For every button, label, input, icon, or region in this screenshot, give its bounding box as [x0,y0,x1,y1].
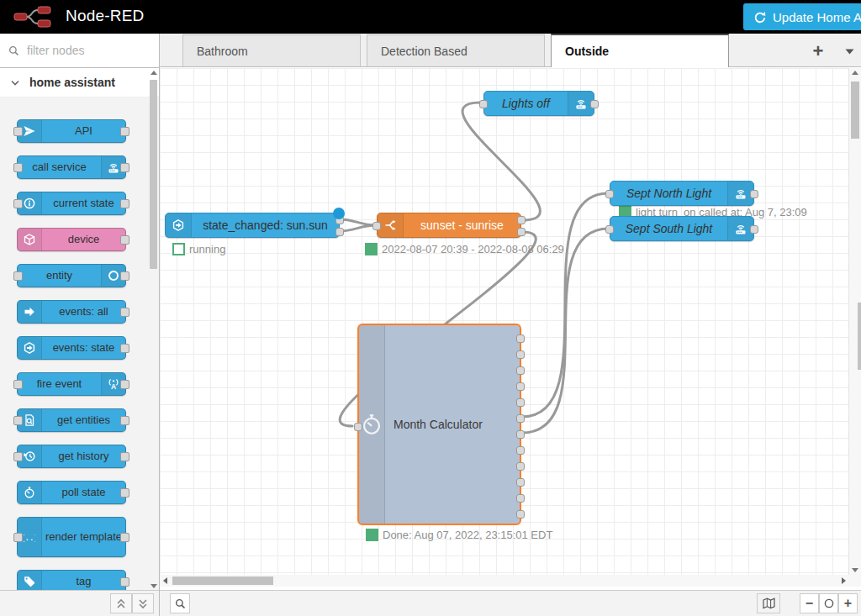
expand-all-button[interactable] [132,593,154,613]
node-red-logo-icon [13,6,52,31]
palette-node-get-entities[interactable]: get entities [17,408,126,432]
output-port[interactable] [590,100,599,108]
output-port [120,380,129,389]
input-port[interactable] [605,190,614,198]
sync-icon [753,11,766,24]
input-port[interactable] [605,225,614,234]
palette-node-events-state[interactable]: events: state [17,336,126,360]
output-port-8[interactable] [516,446,525,455]
scroll-up-arrow-icon[interactable] [151,71,157,75]
palette-node-poll-state[interactable]: poll state [17,481,126,504]
node-red-app: Node-RED Update Home As home as [0,0,861,616]
output-port-10[interactable] [516,478,525,487]
output-port-6[interactable] [516,414,525,423]
input-port[interactable] [354,423,362,431]
output-port-3[interactable] [516,366,525,375]
update-button-label: Update Home As [773,10,861,24]
node-sept-south-light[interactable]: Sept South Light [610,216,754,241]
output-port-11[interactable] [516,494,525,503]
zoom-reset-button[interactable] [819,593,838,613]
status-text: 2022-08-07 20:39 - 2022-08-08 06:29 [382,243,564,255]
scroll-down-arrow-icon[interactable] [852,568,858,572]
add-flow-button[interactable]: + [807,40,829,62]
timer-icon [359,325,385,524]
tab-bathroom[interactable]: Bathroom [182,34,361,66]
output-port [120,271,129,281]
output-port-2[interactable] [516,350,525,359]
input-port[interactable] [479,100,488,108]
palette-node-tag[interactable]: tag [17,570,126,591]
scroll-right-arrow-icon[interactable] [842,577,846,584]
wire-sunset-to-lightsoff[interactable] [462,103,540,220]
node-month-calculator[interactable]: Month Calculator [357,324,521,525]
node-label: Sept North Light [610,182,727,205]
palette-category-home-assistant[interactable]: home assistant [0,68,159,97]
output-port-7[interactable] [516,430,525,439]
palette-category-label: home assistant [29,76,115,89]
palette-node-render-template[interactable]: {..}render template [17,517,126,557]
input-port [13,199,23,208]
search-flows-button[interactable] [170,593,190,613]
palette-node-label: poll state [42,482,125,503]
tab-outside[interactable]: Outside [551,34,729,67]
navigator-toggle-button[interactable] [757,593,780,613]
palette-scrollbar[interactable] [149,68,158,591]
node-lights-off[interactable]: Lights off [483,91,594,116]
status-text: running [189,243,225,255]
output-port[interactable] [750,225,758,234]
output-port-5[interactable] [516,398,525,407]
svg-text:A: A [111,382,116,390]
input-port[interactable] [372,222,381,230]
wire-statechanged-out2-to-sunset[interactable] [340,225,376,231]
palette-node-events-all[interactable]: events: all [17,300,126,324]
palette-node-label: call service [18,156,101,178]
search-icon [175,598,186,609]
tab-detection-based[interactable]: Detection Based [367,34,545,66]
output-port-9[interactable] [516,462,525,471]
node-label: sunset - sunrise [404,213,520,237]
output-port-1[interactable] [516,334,525,343]
palette-node-device[interactable]: device [17,228,126,251]
palette-node-api[interactable]: API [17,119,126,143]
output-port-2[interactable] [517,228,526,236]
input-port [13,452,23,461]
scroll-down-arrow-icon[interactable] [151,584,157,588]
sidebar-resize-handle[interactable] [858,303,861,370]
collapse-all-button[interactable] [110,593,132,613]
scroll-left-arrow-icon[interactable] [163,577,167,584]
canvas-horizontal-scrollbar[interactable] [160,575,861,587]
palette-node-get-history[interactable]: get history [17,445,126,468]
scroll-up-arrow-icon[interactable] [852,71,858,75]
header: Node-RED Update Home As [0,0,861,34]
output-port-2[interactable] [335,228,344,236]
output-port[interactable] [750,190,758,198]
input-port [13,380,23,389]
palette-node-call-service[interactable]: call service [17,155,126,179]
node-state-changed[interactable]: state_changed: sun.sun [165,213,340,238]
node-sept-north-light[interactable]: Sept North Light [610,181,754,206]
flow-canvas[interactable]: Lights off running 2022-08-07 20:39 - 20… [160,68,861,575]
node-sunset-sunrise[interactable]: sunset - sunrise [377,213,521,238]
flow-list-menu-button[interactable] [843,47,856,56]
hscroll-thumb[interactable] [172,577,273,585]
zoom-in-button[interactable]: + [838,593,858,613]
output-port-4[interactable] [516,382,525,391]
vscroll-thumb[interactable] [851,82,859,139]
palette: home assistant APIcall servicecurrent st… [0,68,159,591]
palette-node-label: events: state [42,337,125,359]
palette-node-fire-event[interactable]: Afire event [17,372,126,396]
input-port [13,271,23,281]
update-home-assistant-button[interactable]: Update Home As [743,3,861,30]
palette-node-entity[interactable]: entity [17,264,126,287]
palette-scrollbar-thumb[interactable] [150,80,157,269]
zoom-out-button[interactable]: − [800,593,819,613]
palette-node-label: tag [42,571,125,591]
arrow-right-icon [18,301,42,323]
palette-node-current-state[interactable]: current state [17,192,126,215]
output-port-12[interactable] [516,510,525,519]
input-port [13,127,23,136]
output-port [120,308,129,317]
palette-node-label: render template [42,518,125,556]
output-port-1[interactable] [517,216,526,224]
filter-nodes-input[interactable] [25,43,138,58]
